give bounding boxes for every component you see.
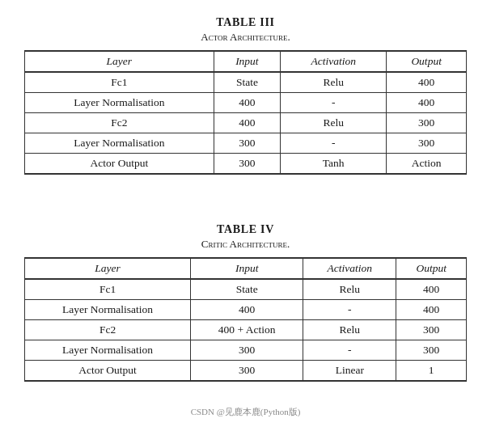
table3-subtitle: Actor Architecture. [24, 31, 467, 44]
table3-col-layer: Layer [25, 51, 214, 72]
table-row: Layer Normalisation400-400 [25, 300, 467, 320]
table3-col-output: Output [387, 51, 467, 72]
table4-cell-0-2: Relu [303, 279, 396, 300]
table-row: Fc2400Relu300 [25, 113, 467, 133]
table-row: Fc1StateRelu400 [25, 279, 467, 300]
table4-section: TABLE IV Critic Architecture. Layer Inpu… [24, 223, 467, 382]
table4-cell-1-0: Layer Normalisation [25, 300, 191, 320]
table3-cell-1-3: 400 [387, 93, 467, 113]
table3-cell-4-2: Tanh [281, 154, 387, 175]
watermark: CSDN @见鹿本鹿(Python版) [24, 406, 467, 418]
table3-col-activation: Activation [281, 51, 387, 72]
table4-cell-0-3: 400 [396, 279, 467, 300]
section-gap [24, 199, 467, 223]
table3-cell-4-0: Actor Output [25, 154, 214, 175]
table-row: Fc2400 + ActionRelu300 [25, 320, 467, 340]
table4-cell-0-1: State [191, 279, 303, 300]
table4-cell-0-0: Fc1 [25, 279, 191, 300]
table3-cell-4-1: 300 [214, 154, 280, 175]
table3-cell-1-1: 400 [214, 93, 280, 113]
table3-cell-4-3: Action [387, 154, 467, 175]
table4-cell-3-0: Layer Normalisation [25, 340, 191, 361]
table3-col-input: Input [214, 51, 280, 72]
table4-cell-2-3: 300 [396, 320, 467, 340]
table4: Layer Input Activation Output Fc1StateRe… [24, 257, 467, 382]
table4-cell-2-1: 400 + Action [191, 320, 303, 340]
table4-cell-1-2: - [303, 300, 396, 320]
table3-cell-3-0: Layer Normalisation [25, 133, 214, 154]
table4-cell-2-2: Relu [303, 320, 396, 340]
table3-cell-2-3: 300 [387, 113, 467, 133]
table3-cell-1-0: Layer Normalisation [25, 93, 214, 113]
table3-section: TABLE III Actor Architecture. Layer Inpu… [24, 16, 467, 175]
table3: Layer Input Activation Output Fc1StateRe… [24, 50, 467, 175]
table-row: Fc1StateRelu400 [25, 72, 467, 93]
table-row: Layer Normalisation300-300 [25, 133, 467, 154]
table4-cell-3-1: 300 [191, 340, 303, 361]
table-row: Layer Normalisation300-300 [25, 340, 467, 361]
table4-cell-4-3: 1 [396, 361, 467, 382]
table4-col-activation: Activation [303, 258, 396, 279]
table4-cell-1-1: 400 [191, 300, 303, 320]
table3-cell-0-2: Relu [281, 72, 387, 93]
table4-cell-3-2: - [303, 340, 396, 361]
table3-cell-3-2: - [281, 133, 387, 154]
table4-cell-1-3: 400 [396, 300, 467, 320]
table-row: Actor Output300Linear1 [25, 361, 467, 382]
table4-cell-2-0: Fc2 [25, 320, 191, 340]
table3-cell-3-1: 300 [214, 133, 280, 154]
table3-cell-2-1: 400 [214, 113, 280, 133]
table4-subtitle: Critic Architecture. [24, 238, 467, 251]
table4-cell-4-0: Actor Output [25, 361, 191, 382]
table3-cell-3-3: 300 [387, 133, 467, 154]
table3-cell-1-2: - [281, 93, 387, 113]
table-row: Layer Normalisation400-400 [25, 93, 467, 113]
table3-header-row: Layer Input Activation Output [25, 51, 467, 72]
table4-cell-4-1: 300 [191, 361, 303, 382]
table3-cell-0-3: 400 [387, 72, 467, 93]
table4-col-input: Input [191, 258, 303, 279]
table3-title: TABLE III [24, 16, 467, 29]
table3-cell-0-1: State [214, 72, 280, 93]
table4-col-layer: Layer [25, 258, 191, 279]
table3-cell-2-2: Relu [281, 113, 387, 133]
table4-cell-3-3: 300 [396, 340, 467, 361]
table4-cell-4-2: Linear [303, 361, 396, 382]
table-row: Actor Output300TanhAction [25, 154, 467, 175]
table4-header-row: Layer Input Activation Output [25, 258, 467, 279]
table4-col-output: Output [396, 258, 467, 279]
table3-cell-2-0: Fc2 [25, 113, 214, 133]
table3-cell-0-0: Fc1 [25, 72, 214, 93]
table4-title: TABLE IV [24, 223, 467, 236]
